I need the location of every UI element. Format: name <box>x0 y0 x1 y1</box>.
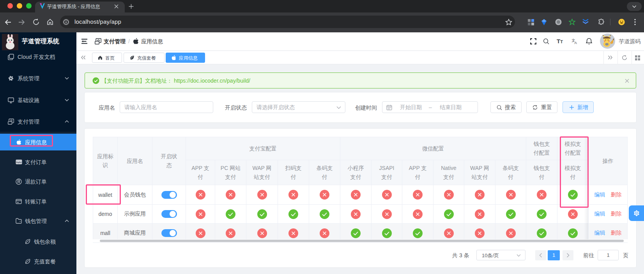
svg-text:PayPal: PayPal <box>16 161 22 163</box>
svg-text:A: A <box>575 41 577 44</box>
